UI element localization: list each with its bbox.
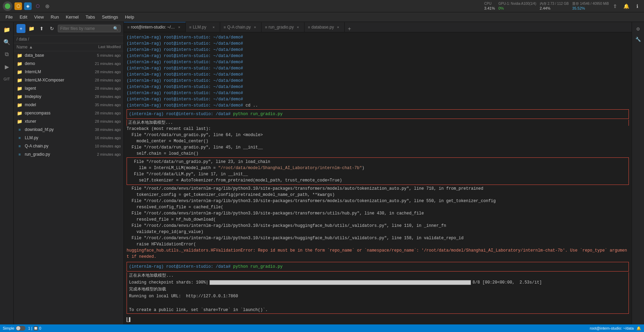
file-item-name: Q-A chain.py [25,144,76,148]
terminal-line: (internlm-rag) root@intern-studio: ~/dat… [127,96,629,102]
disk-value: 35.52% [572,6,609,11]
mem-label: 内存 2.73 / 112 GB [540,1,569,6]
column-name[interactable]: Name ▲ [17,45,76,49]
file-item-name: data_base [25,53,76,58]
list-item[interactable]: 📁 demo 21 minutes ago [14,59,124,68]
right-tools-icon[interactable]: 🔧 [634,35,642,43]
mem-stat: 内存 2.73 / 112 GB 2.44% [540,1,569,11]
menu-run[interactable]: Run [48,14,62,20]
terminal-line: (internlm-rag) root@intern-studio: ~/dat… [127,41,629,47]
list-item[interactable]: 📁 lagent 28 minutes ago [14,84,124,92]
menu-view[interactable]: View [31,14,46,20]
disk-stat: 显存 14546 / 40950 MiB 35.52% [572,1,609,11]
tab-close-button[interactable]: × [211,24,216,30]
gpu-value: 0% [498,6,536,11]
new-file-button[interactable]: + [17,24,25,33]
file-search-box[interactable]: 🔍 [58,25,121,32]
progress-line: Loading checkpoint shards: 100%|8/8 [00:… [127,279,629,286]
error-line: File "/root/data/LLM.py", line 17, in __… [129,171,626,177]
tab-database[interactable]: ≡ database.py × [304,22,345,32]
tab-label: run_gradio.py [269,25,294,30]
list-item[interactable]: ≡ Q-A chain.py 10 minutes ago [14,142,124,150]
file-item-modified: 28 minutes ago [76,111,121,115]
search-input[interactable] [60,26,112,31]
list-item[interactable]: 📁 lmdeploy 28 minutes ago [14,92,124,101]
tab-llm[interactable]: ≡ LLM.py × [186,22,220,32]
refresh-button[interactable]: ↻ [47,24,56,33]
sidebar-extensions-icon[interactable]: ⧉ [2,49,12,59]
file-item-modified: 5 minutes ago [76,53,121,57]
error-box: File "/root/data/run_gradio.py", line 23… [127,157,629,185]
line-col-indicator: 1 | 🔲 0 [28,326,41,331]
file-panel-header: + 📁 ⬆ ↻ 🔍 [14,22,124,35]
list-item[interactable]: 📁 xtuner 28 minutes ago [14,117,124,125]
cursor-line: ▋ [127,317,629,323]
sort-icon: ▲ [29,45,33,49]
icon-circle[interactable]: ◎ [43,2,51,10]
list-item[interactable]: ≡ run_gradio.py 2 minutes ago [14,150,124,158]
tab-gradio[interactable]: ≡ run_gradio.py × [261,22,304,32]
list-item[interactable]: ≡ LLM.py 16 minutes ago [14,134,124,142]
file-item-modified: 35 minutes ago [76,103,121,107]
terminal-content[interactable]: (internlm-rag) root@intern-studio: ~/dat… [124,32,632,324]
list-item[interactable]: 📁 data_base 5 minutes ago [14,51,124,59]
tab-close-button[interactable]: × [295,24,301,30]
status-right: root@intern-studio: ~/data 🔔 [590,326,641,331]
tab-label: LLM.py [193,25,210,30]
sidebar-run-icon[interactable]: ▶ [2,62,12,71]
running-msg: Running on local URL: http://127.0.0.1:7… [127,293,629,300]
tab-terminal[interactable]: ≡ root@intern-studio: ~/dat× × [124,22,186,32]
more-traceback-line: File "/root/.conda/envs/internlm-rag/lib… [127,235,629,241]
sidebar-search-icon[interactable]: 🔍 [2,37,12,47]
more-traceback-line: validate_repo_id(arg_value) [127,229,629,235]
more-traceback-line: tokenizer_config = get_tokenizer_config(… [127,192,629,198]
tab-icon: ≡ [224,25,226,29]
menu-file[interactable]: File [3,14,15,20]
menu-help[interactable]: Help [122,14,137,20]
sidebar-git-icon[interactable]: GIT [2,74,12,84]
list-item[interactable]: 📁 InternLM 28 minutes ago [14,68,124,76]
menu-kernel[interactable]: Kernel [63,14,82,20]
upload-button[interactable]: ⬆ [37,24,46,33]
hf-error: huggingface_hub.utils._validators.HFVali… [127,247,629,260]
info-icon[interactable]: ℹ [633,2,641,10]
right-settings-icon[interactable]: ⚙ [634,25,642,33]
tab-close-button[interactable]: × [335,24,341,30]
tab-close-button[interactable]: × [176,24,182,30]
list-item[interactable]: 📁 model 35 minutes ago [14,101,124,109]
notification-icon: 🔔 [636,326,641,331]
new-folder-button[interactable]: 📁 [27,24,36,33]
file-item-name: LLM.py [25,135,76,140]
traceback-line: model_center = Model_center() [127,138,629,144]
icon-purple[interactable]: ⬡ [34,2,41,10]
menu-tabs[interactable]: Tabs [83,14,98,20]
new-tab-button[interactable]: + [345,26,354,32]
sidebar-files-icon[interactable]: 📁 [2,25,12,34]
bell-icon[interactable]: 🔔 [622,2,630,10]
upload-icon[interactable]: ⇧ [611,2,619,10]
icon-blue[interactable]: ◈ [24,2,32,10]
file-item-icon: 📁 [17,93,23,100]
terminal-line: (internlm-rag) root@intern-studio: ~/dat… [127,90,629,96]
menu-edit[interactable]: Edit [17,14,30,20]
list-item[interactable]: 📁 opencompass 28 minutes ago [14,109,124,117]
terminal-line: (internlm-rag) root@intern-studio: ~/dat… [127,47,629,53]
traceback-line: self.chain = load_chain() [127,151,629,157]
tab-label: root@intern-studio: ~/dat× [131,25,175,30]
complete-msg: 完成本地模型的加载 [127,286,629,293]
main-area: 📁 🔍 ⧉ ▶ GIT + 📁 ⬆ ↻ 🔍 / data / Name ▲ La… [0,22,644,324]
cpu-value: 3.41% [484,6,495,11]
menu-settings[interactable]: Settings [99,14,121,20]
icon-orange[interactable]: ⬡ [14,2,22,10]
top-bar: ⬡ ◈ ⬡ ◎ CPU 3.41% GPU-1: Nvidia A100(1/4… [0,0,644,12]
tab-qa[interactable]: ≡ Q-A chain.py × [220,22,261,32]
simple-toggle[interactable]: Simple [3,326,25,331]
tab-close-button[interactable]: × [252,24,258,30]
toggle-bg[interactable] [16,326,25,331]
traceback-header: Traceback (most recent call last): [127,126,629,132]
system-stats: CPU 3.41% GPU-1: Nvidia A100(1/4) 0% 内存 … [484,1,609,11]
public-link-msg: To create a public link, set `share=True… [127,307,629,314]
terminal-line: (internlm-rag) root@intern-studio: ~/dat… [127,34,629,41]
list-item[interactable]: 📁 InternLM-XComposer 28 minutes ago [14,76,124,84]
list-item[interactable]: ≡ download_hf.py 38 minutes ago [14,125,124,134]
